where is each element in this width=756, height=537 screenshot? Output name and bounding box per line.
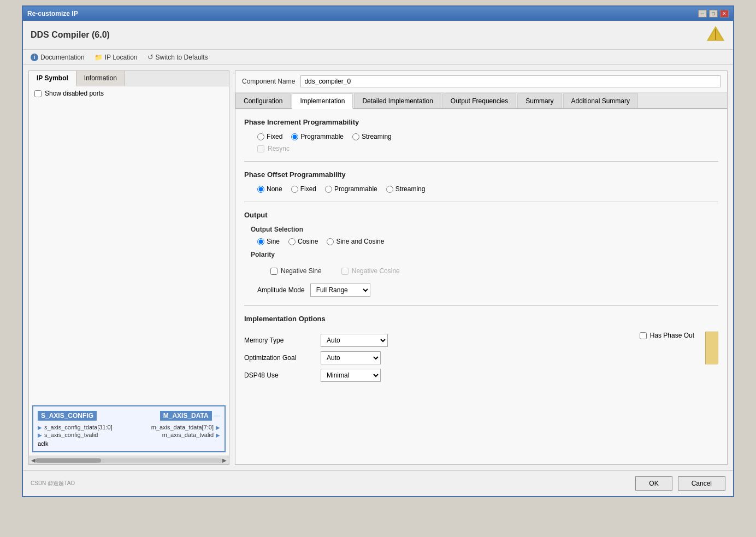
has-phase-out-row[interactable]: Has Phase Out bbox=[640, 332, 694, 339]
radio-fixed-offset[interactable]: Fixed bbox=[291, 185, 316, 193]
radio-programmable-offset[interactable]: Programmable bbox=[325, 185, 377, 193]
minimize-button[interactable]: ─ bbox=[698, 10, 707, 17]
port-m-axis-data-tvalid[interactable]: m_axis_data_tvalid ▶ bbox=[129, 432, 220, 438]
negative-sine-row[interactable]: Negative Sine bbox=[270, 267, 322, 275]
radio-none[interactable]: None bbox=[257, 185, 282, 193]
tab-detailed-implementation[interactable]: Detailed Implementation bbox=[354, 93, 441, 108]
tab-configuration[interactable]: Configuration bbox=[235, 93, 291, 108]
resync-label: Resync bbox=[268, 145, 290, 152]
negative-cosine-checkbox[interactable] bbox=[341, 268, 349, 275]
symbol-area: S_AXIS_CONFIG ▶ s_axis_config_tdata[31:0… bbox=[32, 405, 226, 452]
left-panel: IP Symbol Information Show disabled port… bbox=[28, 70, 229, 465]
port-arrow-right-icon-2: ▶ bbox=[216, 432, 220, 438]
horizontal-scrollbar[interactable]: ◀ ▶ bbox=[29, 456, 229, 464]
tab-summary[interactable]: Summary bbox=[517, 93, 562, 108]
close-button[interactable]: ✕ bbox=[720, 10, 729, 17]
phase-increment-title: Phase Increment Programmability bbox=[244, 118, 718, 126]
implementation-options-content: Memory Type Auto Block ROM Distributed R… bbox=[244, 329, 718, 386]
scrollbar-track[interactable] bbox=[36, 458, 222, 463]
tab-ip-symbol[interactable]: IP Symbol bbox=[29, 71, 76, 86]
amplitude-mode-select[interactable]: Full Range Half Range bbox=[310, 284, 370, 297]
titlebar-controls: ─ □ ✕ bbox=[698, 10, 729, 17]
port-arrow-icon: ▶ bbox=[38, 424, 42, 430]
toolbar: i Documentation 📁 IP Location ↺ Switch t… bbox=[23, 50, 733, 65]
scrollbar-thumb[interactable] bbox=[36, 458, 101, 463]
divider-2 bbox=[244, 202, 718, 202]
radio-sine-and-cosine[interactable]: Sine and Cosine bbox=[327, 238, 384, 245]
s-axis-config-title: S_AXIS_CONFIG bbox=[38, 411, 97, 421]
radio-sine[interactable]: Sine bbox=[257, 238, 280, 245]
radio-programmable[interactable]: Programmable bbox=[291, 133, 344, 140]
dsp48-use-select[interactable]: Minimal Maximal bbox=[321, 369, 381, 382]
port-s-axis-config-tdata[interactable]: ▶ s_axis_config_tdata[31:0] bbox=[38, 424, 129, 430]
radio-cosine-input[interactable] bbox=[288, 238, 296, 245]
optimization-goal-select[interactable]: Auto Area Speed bbox=[321, 351, 381, 364]
switch-defaults-button[interactable]: ↺ Switch to Defaults bbox=[147, 53, 208, 61]
tab-implementation[interactable]: Implementation bbox=[292, 93, 353, 109]
dsp48-use-label: DSP48 Use bbox=[244, 371, 315, 379]
radio-fixed-input[interactable] bbox=[257, 133, 264, 140]
right-tabs: Configuration Implementation Detailed Im… bbox=[235, 92, 727, 109]
output-section: Output Output Selection Sine Cosine bbox=[244, 211, 718, 297]
ip-location-button[interactable]: 📁 IP Location bbox=[94, 54, 138, 61]
has-phase-out-checkbox[interactable] bbox=[640, 332, 647, 339]
symbol-left: S_AXIS_CONFIG ▶ s_axis_config_tdata[31:0… bbox=[38, 411, 129, 447]
radio-sine-input[interactable] bbox=[257, 238, 264, 245]
right-panel: Component Name Configuration Implementat… bbox=[235, 70, 728, 465]
resync-checkbox[interactable] bbox=[257, 145, 264, 152]
titlebar: Re-customize IP ─ □ ✕ bbox=[23, 7, 733, 21]
refresh-icon: ↺ bbox=[147, 53, 153, 61]
app-title: DDS Compiler (6.0) bbox=[31, 30, 110, 40]
scrollbar-indicator[interactable] bbox=[705, 332, 718, 364]
tab-output-frequencies[interactable]: Output Frequencies bbox=[442, 93, 516, 108]
documentation-label: Documentation bbox=[40, 54, 85, 61]
memory-type-select[interactable]: Auto Block ROM Distributed ROM bbox=[321, 334, 388, 347]
show-disabled-checkbox[interactable] bbox=[34, 90, 42, 97]
output-title: Output bbox=[244, 211, 718, 219]
window-content: DDS Compiler (6.0) i Documentation 📁 IP … bbox=[23, 21, 733, 496]
memory-type-row: Memory Type Auto Block ROM Distributed R… bbox=[244, 334, 629, 347]
tab-additional-summary[interactable]: Additional Summary bbox=[563, 93, 638, 108]
ok-button[interactable]: OK bbox=[635, 476, 672, 491]
radio-fixed[interactable]: Fixed bbox=[257, 133, 282, 140]
radio-programmable-offset-input[interactable] bbox=[325, 186, 332, 193]
symbol-right: M_AXIS_DATA — m_axis_data_tdata[7:0] ▶ m… bbox=[129, 411, 220, 439]
info-icon: i bbox=[31, 54, 38, 61]
phase-offset-title: Phase Offset Programmability bbox=[244, 170, 718, 179]
amplitude-mode-label: Amplitude Mode bbox=[257, 286, 305, 294]
scroll-left-arrow[interactable]: ◀ bbox=[31, 457, 36, 463]
implementation-options-section: Implementation Options Memory Type Auto … bbox=[244, 315, 718, 386]
port-s-axis-config-tvalid[interactable]: ▶ s_axis_config_tvalid bbox=[38, 432, 129, 438]
radio-streaming-input[interactable] bbox=[352, 133, 359, 140]
footer: CSDN @逾越TAO OK Cancel bbox=[23, 470, 733, 496]
amplitude-mode-row: Amplitude Mode Full Range Half Range bbox=[257, 284, 718, 297]
radio-none-input[interactable] bbox=[257, 186, 264, 193]
port-m-axis-data-tdata[interactable]: m_axis_data_tdata[7:0] ▶ bbox=[129, 424, 220, 430]
radio-fixed-offset-input[interactable] bbox=[291, 186, 298, 193]
scroll-right-arrow[interactable]: ▶ bbox=[222, 457, 227, 463]
optimization-goal-label: Optimization Goal bbox=[244, 354, 315, 362]
radio-sine-and-cosine-input[interactable] bbox=[327, 238, 334, 245]
left-tabs-header: IP Symbol Information bbox=[29, 71, 229, 86]
output-selection-radio-group: Sine Cosine Sine and Cosine bbox=[257, 238, 718, 245]
negative-sine-checkbox[interactable] bbox=[270, 268, 277, 275]
component-name-input[interactable] bbox=[300, 75, 720, 87]
radio-streaming-offset[interactable]: Streaming bbox=[386, 185, 426, 193]
maximize-button[interactable]: □ bbox=[709, 10, 718, 17]
radio-programmable-input[interactable] bbox=[291, 133, 298, 140]
aclk-label: aclk bbox=[38, 440, 129, 447]
impl-right: Has Phase Out bbox=[640, 329, 718, 386]
radio-streaming-offset-input[interactable] bbox=[386, 186, 393, 193]
radio-streaming[interactable]: Streaming bbox=[352, 133, 392, 140]
cancel-button[interactable]: Cancel bbox=[678, 476, 725, 491]
radio-cosine[interactable]: Cosine bbox=[288, 238, 318, 245]
phase-increment-radio-group: Fixed Programmable Streaming bbox=[257, 133, 718, 140]
symbol-block: S_AXIS_CONFIG ▶ s_axis_config_tdata[31:0… bbox=[38, 411, 220, 447]
documentation-button[interactable]: i Documentation bbox=[31, 54, 85, 61]
tab-information[interactable]: Information bbox=[76, 71, 125, 86]
left-panel-content: S_AXIS_CONFIG ▶ s_axis_config_tdata[31:0… bbox=[29, 101, 229, 456]
optimization-goal-row: Optimization Goal Auto Area Speed bbox=[244, 351, 629, 364]
ip-location-label: IP Location bbox=[105, 54, 138, 61]
tab-content: Phase Increment Programmability Fixed Pr… bbox=[235, 109, 727, 464]
show-disabled-label[interactable]: Show disabled ports bbox=[45, 90, 104, 97]
